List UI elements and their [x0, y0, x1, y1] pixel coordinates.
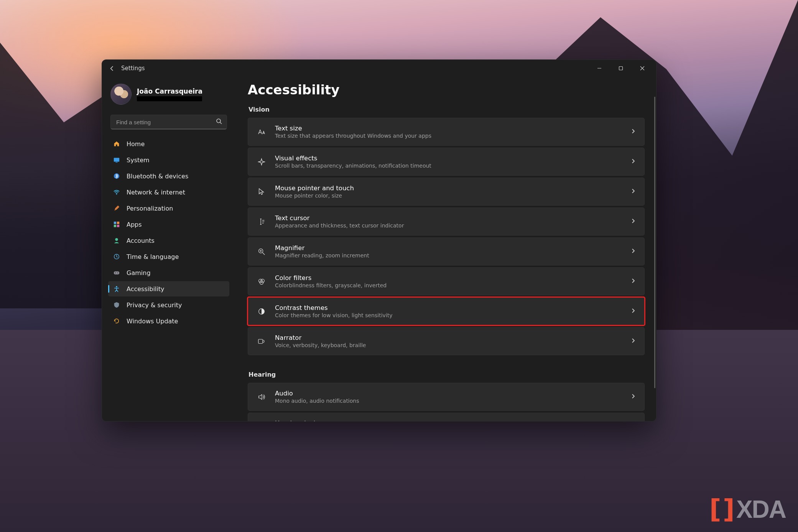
card-text-cursor[interactable]: Text cursorAppearance and thickness, tex…: [248, 208, 645, 236]
card-subtitle: Color themes for low vision, light sensi…: [275, 312, 393, 318]
chevron-right-icon: [630, 158, 636, 165]
card-subtitle: Appearance and thickness, text cursor in…: [275, 222, 404, 229]
card-title: Color filters: [275, 274, 387, 282]
text-cursor-icon: [257, 217, 267, 226]
svg-point-5: [116, 194, 117, 194]
sidebar-item-personalization[interactable]: Personalization: [108, 201, 229, 216]
content-scrollbar[interactable]: [654, 97, 655, 388]
card-visual-effects[interactable]: Visual effectsScroll bars, transparency,…: [248, 148, 645, 176]
magnifier-icon: [257, 247, 267, 256]
sidebar-item-home[interactable]: Home: [108, 136, 229, 152]
avatar: [110, 84, 132, 105]
maximize-button[interactable]: [610, 61, 632, 76]
content-pane: Accessibility Vision Text sizeText size …: [232, 77, 656, 421]
window-body: João Carrasqueira Home: [102, 77, 656, 421]
sidebar-item-system[interactable]: System: [108, 152, 229, 168]
arrow-left-icon: [109, 66, 115, 71]
sidebar-item-accounts[interactable]: Accounts: [108, 233, 229, 248]
sidebar-item-network[interactable]: Network & internet: [108, 184, 229, 200]
search-input[interactable]: [116, 119, 211, 125]
section-vision-label: Vision: [248, 106, 645, 113]
card-narrator[interactable]: NarratorVoice, verbosity, keyboard, brai…: [248, 327, 645, 355]
sidebar-item-label: Apps: [127, 221, 142, 228]
chevron-right-icon: [630, 338, 636, 345]
sidebar: João Carrasqueira Home: [102, 77, 232, 421]
sidebar-item-update[interactable]: Windows Update: [108, 313, 229, 329]
card-subtitle: Mono audio, audio notifications: [275, 398, 359, 404]
card-title: Magnifier: [275, 244, 369, 252]
profile-name: João Carrasqueira: [137, 87, 202, 95]
card-contrast-themes[interactable]: Contrast themesColor themes for low visi…: [248, 297, 645, 325]
svg-rect-12: [114, 271, 119, 274]
card-hearing-devices[interactable]: Hearing devicesPresets, environment soun…: [248, 413, 645, 421]
close-button[interactable]: [632, 61, 653, 76]
svg-rect-2: [114, 158, 119, 162]
svg-rect-8: [114, 225, 116, 227]
sidebar-item-apps[interactable]: Apps: [108, 217, 229, 232]
chevron-right-icon: [630, 248, 636, 255]
caption-buttons: [589, 61, 653, 76]
titlebar: Settings: [102, 60, 656, 77]
svg-rect-0: [619, 67, 623, 70]
sidebar-item-privacy[interactable]: Privacy & security: [108, 297, 229, 313]
svg-rect-9: [117, 225, 119, 227]
card-color-filters[interactable]: Color filtersColorblindness filters, gra…: [248, 267, 645, 295]
sidebar-item-label: Accounts: [127, 237, 155, 244]
apps-icon: [113, 221, 120, 228]
card-text-size[interactable]: Text sizeText size that appears througho…: [248, 118, 645, 146]
card-subtitle: Scroll bars, transparency, animations, n…: [275, 163, 431, 169]
sidebar-item-bluetooth[interactable]: Bluetooth & devices: [108, 168, 229, 184]
chevron-right-icon: [630, 188, 636, 195]
sparkle-icon: [257, 158, 267, 166]
section-hearing-label: Hearing: [248, 371, 645, 378]
sidebar-item-label: Bluetooth & devices: [127, 173, 188, 180]
system-icon: [113, 156, 120, 164]
window-title: Settings: [121, 65, 145, 72]
nav-list: Home System Bluetooth & devices Network …: [108, 136, 229, 329]
svg-rect-6: [114, 222, 116, 224]
chevron-right-icon: [630, 128, 636, 135]
svg-point-13: [115, 272, 116, 273]
sidebar-item-label: Home: [127, 140, 145, 148]
minimize-icon: [597, 66, 602, 71]
card-mouse-pointer[interactable]: Mouse pointer and touchMouse pointer col…: [248, 178, 645, 206]
card-subtitle: Text size that appears throughout Window…: [275, 133, 431, 139]
card-subtitle: Voice, verbosity, keyboard, braille: [275, 342, 366, 348]
svg-point-14: [117, 272, 118, 273]
paintbrush-icon: [113, 204, 120, 212]
card-title: Text cursor: [275, 214, 404, 222]
sidebar-item-time[interactable]: Time & language: [108, 249, 229, 264]
back-button[interactable]: [105, 61, 119, 75]
sidebar-item-label: Network & internet: [127, 189, 185, 196]
sidebar-item-accessibility[interactable]: Accessibility: [108, 281, 229, 296]
close-icon: [640, 66, 645, 71]
card-subtitle: Colorblindness filters, grayscale, inver…: [275, 282, 387, 288]
card-subtitle: Magnifier reading, zoom increment: [275, 252, 369, 259]
chevron-right-icon: [630, 278, 636, 285]
home-icon: [113, 140, 120, 148]
card-title: Contrast themes: [275, 304, 393, 311]
card-magnifier[interactable]: MagnifierMagnifier reading, zoom increme…: [248, 237, 645, 265]
text-size-icon: [257, 128, 267, 136]
chevron-right-icon: [630, 218, 636, 225]
update-icon: [113, 317, 120, 325]
sidebar-item-label: Windows Update: [127, 318, 178, 325]
shield-icon: [113, 301, 120, 309]
card-subtitle: Mouse pointer color, size: [275, 193, 354, 199]
card-title: Visual effects: [275, 155, 431, 162]
search-box[interactable]: [110, 115, 227, 129]
speaker-icon: [257, 393, 267, 401]
sidebar-item-label: Time & language: [127, 253, 179, 260]
svg-point-15: [116, 286, 117, 288]
profile-block[interactable]: João Carrasqueira: [108, 81, 229, 110]
profile-subtext-redacted: [137, 96, 202, 101]
card-audio[interactable]: AudioMono audio, audio notifications: [248, 383, 645, 411]
minimize-button[interactable]: [589, 61, 610, 76]
sidebar-item-gaming[interactable]: Gaming: [108, 265, 229, 280]
search-icon: [216, 118, 222, 126]
sidebar-item-label: Accessibility: [127, 285, 164, 293]
page-title: Accessibility: [248, 82, 645, 97]
settings-window: Settings João Carrasqueira: [102, 59, 656, 422]
narrator-icon: [257, 337, 267, 346]
svg-rect-7: [117, 222, 119, 224]
